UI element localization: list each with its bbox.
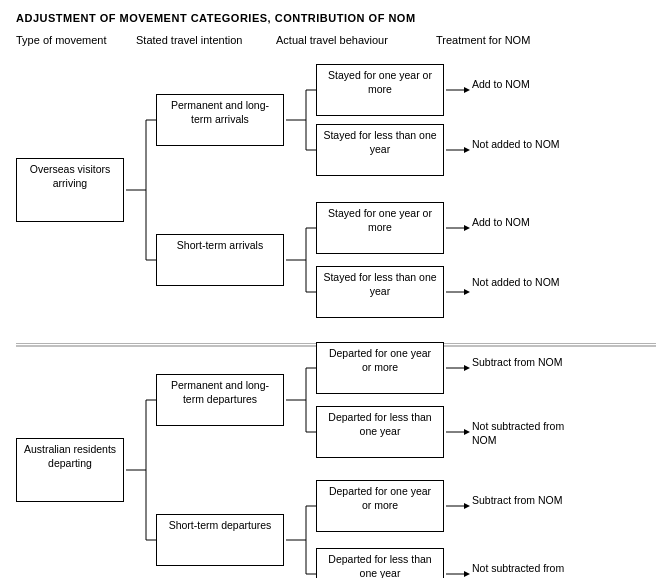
treatment-not-subtracted-nom-perm: Not subtracted from NOM — [472, 420, 582, 447]
stayed-less-than-one-year-short: Stayed for less than one year — [316, 266, 444, 318]
col-header-1: Type of movement — [16, 34, 126, 46]
col-header-4: Treatment for NOM — [436, 34, 556, 46]
treatment-subtract-nom-perm: Subtract from NOM — [472, 356, 582, 370]
treatment-add-nom-short: Add to NOM — [472, 216, 582, 230]
page-title: ADJUSTMENT OF MOVEMENT CATEGORIES, CONTR… — [16, 12, 648, 24]
col-header-2: Stated travel intention — [136, 34, 266, 46]
svg-marker-15 — [464, 147, 470, 153]
stayed-one-year-plus-short: Stayed for one year or more — [316, 202, 444, 254]
treatment-not-subtracted-nom-short: Not subtracted from NOM — [472, 562, 582, 578]
short-term-arrivals-box: Short-term arrivals — [156, 234, 284, 286]
svg-marker-19 — [464, 289, 470, 295]
departed-one-year-plus-short: Departed for one year or more — [316, 480, 444, 532]
short-term-departures-box: Short-term departures — [156, 514, 284, 566]
stayed-one-year-plus-perm: Stayed for one year or more — [316, 64, 444, 116]
svg-marker-34 — [464, 365, 470, 371]
departed-less-than-one-year-perm: Departed for less than one year — [316, 406, 444, 458]
stayed-less-than-one-year-perm: Stayed for less than one year — [316, 124, 444, 176]
svg-marker-38 — [464, 503, 470, 509]
col-header-3: Actual travel behaviour — [276, 34, 406, 46]
svg-marker-13 — [464, 87, 470, 93]
treatment-not-added-nom-perm: Not added to NOM — [472, 138, 582, 152]
treatment-add-nom-perm: Add to NOM — [472, 78, 582, 92]
svg-marker-40 — [464, 571, 470, 577]
permanent-departures-box: Permanent and long-term departures — [156, 374, 284, 426]
treatment-not-added-nom-short: Not added to NOM — [472, 276, 582, 290]
svg-marker-17 — [464, 225, 470, 231]
diagram: Overseas visitors arriving Permanent and… — [16, 50, 656, 578]
svg-marker-36 — [464, 429, 470, 435]
australian-residents-box: Australian residents departing — [16, 438, 124, 502]
permanent-arrivals-box: Permanent and long-term arrivals — [156, 94, 284, 146]
departed-less-than-one-year-short: Departed for less than one year — [316, 548, 444, 578]
departed-one-year-plus-perm: Departed for one year or more — [316, 342, 444, 394]
treatment-subtract-nom-short: Subtract from NOM — [472, 494, 582, 508]
overseas-visitors-box: Overseas visitors arriving — [16, 158, 124, 222]
